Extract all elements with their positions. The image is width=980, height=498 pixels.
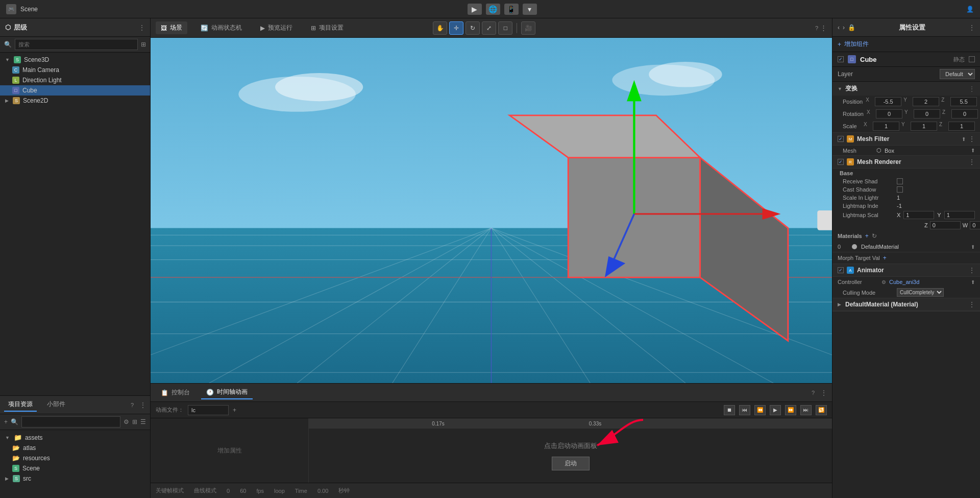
add-icon[interactable]: ⊞ <box>141 41 146 48</box>
start-button[interactable]: 启动 <box>552 457 590 470</box>
anim-play[interactable]: ▶ <box>770 405 781 415</box>
props-forward-icon[interactable]: › <box>843 24 845 31</box>
anim-prev-frame[interactable]: ⏮ <box>739 405 750 415</box>
tab-animation-state[interactable]: 🔄 动画状态机 <box>195 21 247 34</box>
layer-select[interactable]: Default <box>940 69 975 79</box>
mr-checkbox[interactable]: ✓ <box>838 159 844 165</box>
lm-w-val[interactable] <box>970 221 980 229</box>
scene-item[interactable]: S Scene <box>0 463 150 473</box>
morph-add[interactable]: + <box>883 254 887 262</box>
rect-tool[interactable]: □ <box>498 21 512 35</box>
mf-checkbox[interactable]: ✓ <box>838 136 844 142</box>
anim-checkbox[interactable]: ✓ <box>838 267 844 273</box>
play-button[interactable]: ▶ <box>468 4 482 15</box>
anim-loop[interactable]: 🔁 <box>816 405 827 415</box>
tree-item-cube[interactable]: □ Cube <box>0 85 150 96</box>
obj-name: Cube <box>860 56 949 63</box>
transform-menu[interactable]: ⋮ <box>969 85 975 92</box>
mesh-icon: ⬡ <box>876 147 881 154</box>
tree-item-main-camera[interactable]: C Main Camera <box>0 65 150 75</box>
scale-z[interactable] <box>948 122 975 131</box>
add-asset-icon[interactable]: + <box>4 418 8 425</box>
scale-x[interactable] <box>873 122 899 131</box>
assets-root-item[interactable]: ▼ 📁 assets <box>0 432 150 443</box>
grid-icon[interactable]: ⊞ <box>132 418 137 425</box>
move-tool[interactable]: ✛ <box>449 21 463 35</box>
transform-header[interactable]: ▼ 变换 ⋮ <box>832 82 980 96</box>
scale-y[interactable] <box>911 122 937 131</box>
anim-file-input[interactable] <box>188 405 229 415</box>
anim-next-frame[interactable]: ⏭ <box>800 405 812 415</box>
rotation-z[interactable] <box>951 109 978 118</box>
tab-widgets[interactable]: 小部件 <box>43 398 69 412</box>
mr-menu[interactable]: ⋮ <box>969 158 975 165</box>
atlas-item[interactable]: 📂 atlas <box>0 443 150 453</box>
position-x[interactable] <box>875 97 901 106</box>
controller-link[interactable]: ⬆ <box>971 279 975 285</box>
anim-step-forward[interactable]: ⏩ <box>785 405 796 415</box>
mf-menu[interactable]: ⋮ <box>969 135 975 143</box>
animator-header[interactable]: ✓ A Animator ⋮ <box>832 264 980 277</box>
filter-icon[interactable]: ⚙ <box>124 418 129 425</box>
mat-link[interactable]: ⬆ <box>971 244 975 250</box>
bottom-menu[interactable]: ⋮ <box>821 389 827 396</box>
mesh-link-icon[interactable]: ⬆ <box>971 148 975 153</box>
lm-z-val[interactable] <box>930 221 961 229</box>
tab-project-settings[interactable]: ⊞ 项目设置 <box>306 21 349 34</box>
viewport[interactable]: Y <box>151 38 832 383</box>
anim-stop[interactable]: ⏹ <box>724 405 735 415</box>
hierarchy-title: ⬡ 层级 <box>5 23 27 32</box>
globe-button[interactable]: 🌐 <box>486 4 500 15</box>
animator-menu[interactable]: ⋮ <box>969 267 975 274</box>
receive-shadow-cb[interactable] <box>897 178 903 184</box>
rotation-x[interactable] <box>876 109 902 118</box>
assets-search-input[interactable] <box>21 416 120 428</box>
viewport-menu[interactable]: ⋮ <box>820 24 827 32</box>
lm-y-val[interactable] <box>944 211 975 219</box>
tab-timeline[interactable]: 🕐 时间轴动画 <box>201 386 253 399</box>
anim-step-back[interactable]: ⏪ <box>754 405 766 415</box>
device-button[interactable]: 📱 <box>504 4 519 15</box>
tree-item-scene2d[interactable]: ▶ S Scene2D <box>0 96 150 106</box>
culling-label: Culling Mode <box>843 290 894 296</box>
props-lock-icon[interactable]: 🔒 <box>848 24 855 31</box>
props-back-icon[interactable]: ‹ <box>838 24 840 31</box>
rotation-y[interactable] <box>914 109 940 118</box>
scl-x-label: X <box>864 122 871 131</box>
obj-checkbox[interactable]: ✓ <box>838 56 844 62</box>
position-z[interactable] <box>950 97 977 106</box>
assets-menu-icon[interactable]: ⋮ <box>140 401 146 409</box>
tab-scene[interactable]: 🖼 场景 <box>156 21 187 34</box>
rotate-tool[interactable]: ↻ <box>465 21 480 35</box>
tab-project-assets[interactable]: 项目资源 <box>4 398 37 412</box>
cast-shadow-cb[interactable] <box>897 186 903 193</box>
props-menu[interactable]: ⋮ <box>969 24 975 31</box>
hand-tool[interactable]: ✋ <box>433 21 447 35</box>
default-material-header[interactable]: ▶ DefaultMaterial (Material) ⋮ <box>832 298 980 311</box>
dropdown-button[interactable]: ▾ <box>523 4 537 15</box>
mesh-renderer-header[interactable]: ✓ R Mesh Renderer ⋮ <box>832 156 980 169</box>
hierarchy-search-input[interactable] <box>15 39 138 50</box>
list-icon[interactable]: ☰ <box>140 418 146 425</box>
materials-add[interactable]: + <box>865 232 869 240</box>
anim-add-icon[interactable]: + <box>233 407 236 414</box>
mesh-filter-header[interactable]: ✓ M Mesh Filter ⬆ ⋮ <box>832 133 980 146</box>
position-y[interactable] <box>913 97 939 106</box>
tree-item-direction-light[interactable]: L Direction Light <box>0 75 150 85</box>
culling-select[interactable]: CullCompletely <box>897 288 944 297</box>
materials-refresh[interactable]: ↻ <box>872 232 877 240</box>
user-icon[interactable]: 👤 <box>966 6 974 13</box>
camera-tool[interactable]: 🎥 <box>521 21 535 35</box>
hierarchy-menu-icon[interactable]: ⋮ <box>139 24 145 31</box>
mf-external-icon[interactable]: ⬆ <box>962 136 966 142</box>
tab-console[interactable]: 📋 控制台 <box>156 386 195 399</box>
lm-x-val[interactable] <box>903 211 934 219</box>
scale-tool[interactable]: ⤢ <box>482 21 496 35</box>
resources-item[interactable]: 📂 resources <box>0 453 150 463</box>
dm-menu[interactable]: ⋮ <box>969 301 975 308</box>
add-component-button[interactable]: + 增加组件 <box>832 37 980 52</box>
static-checkbox[interactable] <box>969 56 975 62</box>
tree-item-scene3d[interactable]: ▼ S Scene3D <box>0 55 150 65</box>
tab-preview-run[interactable]: ▶ 预览运行 <box>255 21 298 34</box>
src-item[interactable]: ▶ S src <box>0 473 150 484</box>
